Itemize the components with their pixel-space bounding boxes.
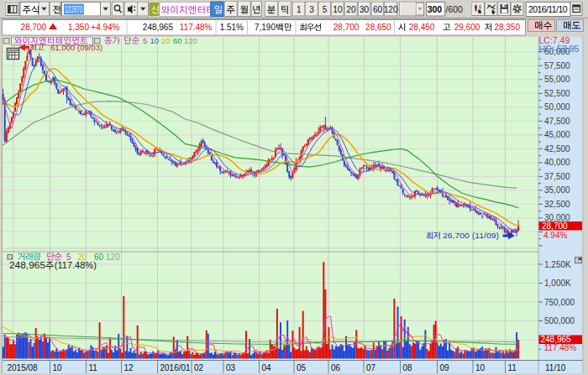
svg-text:4.94%: 4.94%: [543, 231, 567, 240]
svg-text:40,000: 40,000: [544, 158, 570, 167]
svg-text:117.48%: 117.48%: [180, 23, 213, 32]
svg-text:06: 06: [331, 363, 341, 372]
svg-text:11/10: 11/10: [545, 363, 566, 372]
svg-text:61,000 (09/03): 61,000 (09/03): [50, 43, 102, 52]
svg-text:120: 120: [184, 36, 197, 45]
svg-text:60: 60: [173, 36, 182, 45]
svg-text:28,350: 28,350: [494, 23, 520, 32]
svg-text:07: 07: [366, 363, 376, 372]
svg-text:42,500: 42,500: [544, 144, 570, 154]
svg-text:117.48%: 117.48%: [544, 343, 577, 352]
svg-text:45,000: 45,000: [544, 130, 570, 139]
svg-text:248,965: 248,965: [9, 260, 45, 270]
svg-text:20: 20: [346, 5, 356, 14]
svg-text:1,250K: 1,250K: [544, 260, 571, 269]
svg-text:57,500: 57,500: [544, 61, 570, 70]
svg-text:28,650: 28,650: [365, 23, 391, 32]
svg-text:11: 11: [89, 363, 98, 372]
svg-text:50,000: 50,000: [544, 102, 570, 112]
svg-text:11: 11: [508, 363, 517, 372]
svg-text:3: 3: [309, 5, 314, 14]
svg-text:(117.48%): (117.48%): [55, 260, 97, 270]
svg-text:+4.94%: +4.94%: [91, 23, 119, 32]
svg-text:55,000: 55,000: [544, 75, 570, 84]
svg-text:1,000K: 1,000K: [544, 279, 571, 288]
svg-text:1: 1: [297, 5, 302, 14]
svg-text:10: 10: [150, 36, 160, 45]
svg-text:1.51%: 1.51%: [220, 23, 244, 32]
svg-text:10: 10: [53, 363, 63, 372]
svg-text:750,000: 750,000: [544, 298, 575, 307]
svg-text:10: 10: [475, 363, 486, 372]
svg-text:28,450: 28,450: [409, 23, 435, 32]
svg-text:120: 120: [106, 253, 120, 262]
svg-text:2016/11/10: 2016/11/10: [528, 4, 568, 14]
svg-text:04: 04: [262, 363, 272, 372]
svg-text:300: 300: [428, 5, 443, 14]
svg-text:08: 08: [403, 363, 413, 372]
svg-text:02: 02: [194, 363, 204, 372]
svg-text:28,700: 28,700: [333, 23, 360, 32]
svg-text:10: 10: [333, 5, 343, 14]
svg-text:2015/08: 2015/08: [8, 363, 39, 372]
svg-text:32,500: 32,500: [544, 200, 570, 209]
svg-text:09: 09: [440, 363, 450, 372]
svg-text:03: 03: [226, 363, 236, 372]
svg-text:120: 120: [384, 5, 398, 14]
svg-text:12: 12: [124, 363, 134, 372]
svg-text:2016/01: 2016/01: [160, 363, 192, 372]
svg-text:1,350: 1,350: [68, 23, 89, 32]
svg-text:122870: 122870: [65, 4, 83, 14]
svg-text:5: 5: [143, 36, 147, 45]
svg-text:/600: /600: [446, 5, 463, 14]
svg-text:26,700 (11/09): 26,700 (11/09): [443, 231, 499, 240]
svg-text:20: 20: [161, 36, 171, 45]
svg-text:248,965: 248,965: [143, 23, 174, 32]
svg-text:47,500: 47,500: [544, 117, 570, 126]
svg-text:7,190: 7,190: [255, 23, 276, 32]
svg-text:35,000: 35,000: [544, 185, 570, 195]
svg-text:52,500: 52,500: [544, 89, 570, 98]
svg-text:28,700: 28,700: [20, 23, 46, 32]
svg-text:5: 5: [323, 5, 328, 14]
svg-text:28,700: 28,700: [542, 221, 568, 231]
svg-text:30: 30: [360, 5, 370, 14]
svg-text:500,000: 500,000: [544, 316, 575, 326]
svg-text:HC:-52.95: HC:-52.95: [539, 44, 580, 54]
svg-text:37,500: 37,500: [544, 172, 570, 181]
svg-text:60: 60: [373, 5, 383, 14]
svg-text:05: 05: [297, 363, 307, 372]
svg-text:29,600: 29,600: [454, 23, 480, 32]
